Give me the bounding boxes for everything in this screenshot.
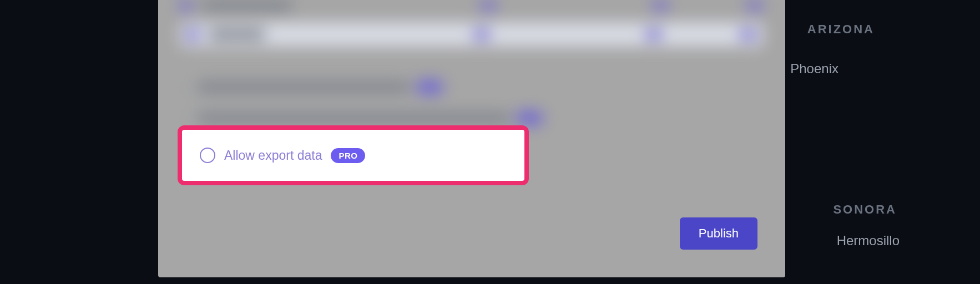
- modal-content: Allow export data PRO Publish: [158, 0, 785, 277]
- allow-export-radio[interactable]: [200, 148, 215, 163]
- map-state-label: ARIZONA: [807, 22, 875, 37]
- allow-export-option-highlight: Allow export data PRO: [178, 125, 529, 185]
- publish-modal: Allow export data PRO Publish: [158, 0, 785, 277]
- allow-export-label: Allow export data: [224, 148, 322, 163]
- map-state-label: SONORA: [833, 202, 897, 217]
- map-city-label: Hermosillo: [837, 233, 900, 248]
- map-city-label: Phoenix: [790, 61, 838, 77]
- blurred-settings: [180, 0, 763, 128]
- pro-badge: PRO: [331, 148, 365, 163]
- publish-button[interactable]: Publish: [680, 217, 757, 250]
